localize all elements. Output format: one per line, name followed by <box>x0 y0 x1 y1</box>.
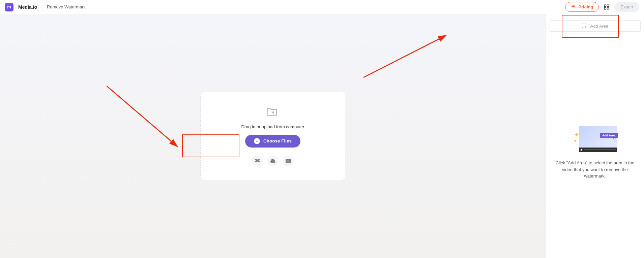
annotation-arrow-2 <box>363 34 451 81</box>
header-divider <box>42 3 42 11</box>
pricing-label: Pricing <box>578 4 593 9</box>
brand-logo-icon[interactable]: m <box>5 3 13 11</box>
export-button: Export <box>614 2 639 12</box>
svg-rect-0 <box>605 5 606 6</box>
add-area-button[interactable]: Add Area <box>550 20 641 32</box>
youtube-icon[interactable] <box>283 156 294 166</box>
right-sidebar: Add Area ✦ ✦ Add Area Click "Add Area" t… <box>546 14 644 258</box>
app-header: m Media.io Remove Watermark Pricing Expo… <box>0 0 644 14</box>
svg-rect-1 <box>607 5 609 6</box>
illustration-player-bar <box>579 148 617 152</box>
cursor-icon <box>612 137 617 142</box>
annotation-arrow-1 <box>107 86 184 153</box>
folder-upload-icon <box>266 106 279 119</box>
export-label: Export <box>620 4 633 9</box>
help-instruction-text: Click "Add Area" to select the area in t… <box>546 160 644 180</box>
progress-line <box>584 150 616 150</box>
help-area: ✦ ✦ Add Area Click "Add Area" to select … <box>546 126 644 180</box>
cloud-sources-row <box>252 156 294 166</box>
main-canvas: Drag in or upload from computer + Choose… <box>0 14 546 258</box>
header-right: Pricing Export <box>565 2 639 12</box>
crown-icon <box>571 4 576 10</box>
pricing-button[interactable]: Pricing <box>565 2 599 12</box>
plus-circle-icon: + <box>254 138 260 144</box>
choose-files-label: Choose Files <box>263 138 292 143</box>
dropbox-icon[interactable] <box>252 156 263 166</box>
body-container: Drag in or upload from computer + Choose… <box>0 14 644 258</box>
brand-name[interactable]: Media.io <box>18 4 37 10</box>
header-left: m Media.io Remove Watermark <box>5 3 86 11</box>
sparkle-icon: ✦ <box>574 131 580 139</box>
upload-hint-text: Drag in or upload from computer <box>241 124 304 129</box>
add-area-label: Add Area <box>590 24 609 29</box>
apps-grid-icon[interactable] <box>603 3 610 11</box>
sparkle-icon: ✦ <box>573 138 577 143</box>
help-illustration: ✦ ✦ Add Area <box>573 126 617 153</box>
google-drive-icon[interactable] <box>267 156 278 166</box>
play-icon <box>581 149 583 151</box>
choose-files-button[interactable]: + Choose Files <box>245 135 300 148</box>
upload-dropzone[interactable]: Drag in or upload from computer + Choose… <box>200 92 345 180</box>
svg-line-5 <box>107 86 177 147</box>
svg-rect-3 <box>607 7 609 9</box>
tool-title: Remove Watermark <box>47 4 86 9</box>
selection-marquee-icon <box>582 23 587 29</box>
svg-rect-2 <box>605 7 606 9</box>
svg-line-6 <box>363 35 446 77</box>
